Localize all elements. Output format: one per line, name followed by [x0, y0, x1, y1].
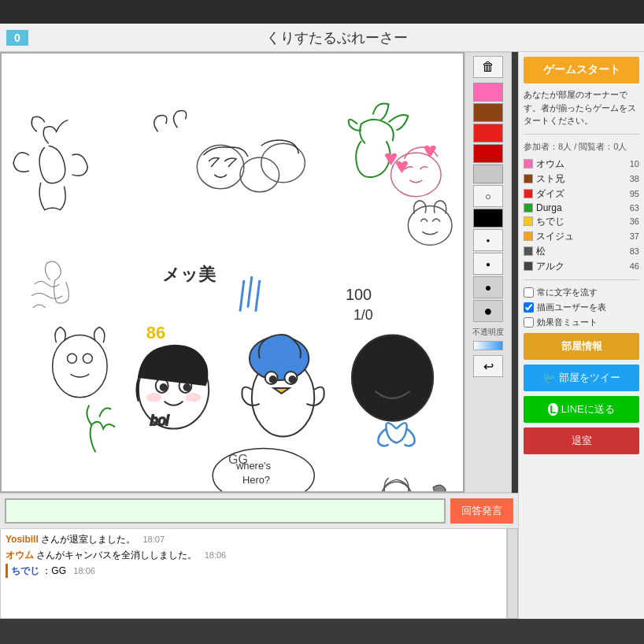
leaderboard-row: ダイズ 95 — [524, 187, 639, 201]
lb-score: 83 — [630, 246, 639, 256]
lb-name: Durga — [536, 202, 627, 213]
leaderboard-row: 松 83 — [524, 245, 639, 258]
separator — [524, 279, 639, 280]
brush-size-large[interactable]: ● — [473, 276, 503, 298]
svg-text:Hero?: Hero? — [242, 474, 270, 486]
show-drawing-user-checkbox[interactable] — [524, 302, 534, 313]
option-label: 常に文字を流す — [537, 287, 598, 298]
leaderboard-row: Durga 63 — [524, 202, 639, 213]
tool-panel: 🗑 ○ ● ● ● ● 不透明度 — [464, 52, 512, 493]
twitter-icon: 🐦 — [542, 372, 556, 384]
chat-timestamp: 18:06 — [205, 550, 227, 560]
lb-score: 95 — [630, 189, 639, 198]
option-row: 描画ユーザーを表 — [524, 302, 639, 313]
chat-area: Yosibill さんが退室しました。 18:07 オウム さんがキャンバスを全… — [0, 528, 507, 619]
undo-button[interactable]: ↩ — [473, 355, 503, 377]
svg-point-12 — [183, 384, 190, 390]
color-red[interactable] — [473, 124, 503, 142]
lb-name: スト兄 — [536, 172, 627, 186]
lb-score: 10 — [630, 159, 639, 168]
chat-username[interactable]: ちでじ — [11, 565, 39, 576]
score-badge: 0 — [6, 30, 28, 46]
chat-timestamp: 18:06 — [73, 566, 95, 576]
lb-color — [524, 159, 533, 168]
opacity-label: 不透明度 — [472, 327, 504, 338]
lb-name: アルク — [536, 260, 627, 273]
color-black[interactable] — [473, 209, 503, 228]
leaderboard-row: ちでじ 36 — [524, 215, 639, 228]
main-area: 0 くりすたるぶれーさー — [0, 24, 644, 619]
svg-point-21 — [289, 376, 295, 383]
line-btn-label: LINEに送る — [561, 402, 615, 416]
lb-name: スイジュ — [536, 230, 627, 243]
left-panel: boi — [0, 52, 518, 619]
lb-name: ダイズ — [536, 187, 627, 201]
always-scroll-checkbox[interactable] — [524, 287, 534, 298]
options-section: 常に文字を流す 描画ユーザーを表 効果音ミュート — [524, 287, 639, 328]
chat-username[interactable]: Yosibill — [6, 534, 39, 545]
lb-color — [524, 217, 533, 226]
svg-point-15 — [185, 393, 201, 402]
leaderboard-row: スト兄 38 — [524, 172, 639, 186]
content-row: boi — [0, 52, 644, 619]
chat-message-highlight: ちでじ ：GG 18:06 — [6, 564, 502, 578]
color-darkred[interactable] — [473, 144, 503, 163]
line-button[interactable]: L LINEに送る — [524, 396, 639, 423]
lb-score: 38 — [630, 174, 639, 183]
svg-text:メッ美: メッ美 — [162, 265, 217, 284]
option-row: 常に文字を流す — [524, 287, 639, 298]
chat-username[interactable]: オウム — [6, 550, 34, 561]
color-lightgray[interactable] — [473, 165, 503, 183]
svg-point-11 — [161, 384, 167, 390]
drawing-canvas[interactable]: boi — [2, 54, 463, 491]
answer-input[interactable] — [5, 498, 446, 524]
svg-point-14 — [146, 393, 162, 402]
leaderboard: オウム 10 スト兄 38 ダイズ 95 Durga 63 ちでじ 36 スイジ… — [524, 157, 639, 273]
brush-size-small[interactable]: ● — [473, 229, 503, 251]
color-pink[interactable] — [473, 83, 503, 102]
room-info-button[interactable]: 部屋情報 — [524, 333, 639, 360]
lb-color — [524, 246, 533, 256]
lb-score: 36 — [630, 217, 639, 226]
lb-name: 松 — [536, 245, 627, 258]
leaderboard-row: アルク 46 — [524, 260, 639, 273]
svg-text:1/0: 1/0 — [353, 307, 373, 323]
page-title: くりすたるぶれーさー — [36, 28, 638, 47]
brush-size-xlarge[interactable]: ● — [473, 300, 503, 322]
brush-size-medium[interactable]: ● — [473, 253, 503, 275]
tweet-btn-label: 部屋をツイー — [559, 371, 620, 385]
lb-color — [524, 174, 533, 183]
svg-text:boi: boi — [150, 413, 170, 428]
lb-color — [524, 261, 533, 271]
game-start-button[interactable]: ゲームスタート — [524, 57, 639, 83]
svg-point-20 — [270, 376, 276, 383]
svg-text:100: 100 — [346, 286, 372, 303]
lb-name: オウム — [536, 157, 627, 171]
svg-text:GG: GG — [228, 453, 248, 466]
lb-color — [524, 231, 533, 241]
chat-timestamp: 18:07 — [142, 535, 165, 544]
option-label: 描画ユーザーを表 — [537, 302, 606, 313]
leaderboard-row: オウム 10 — [524, 157, 639, 171]
tweet-button[interactable]: 🐦 部屋をツイー — [524, 365, 639, 391]
line-icon: L — [548, 403, 558, 416]
circle-tool[interactable]: ○ — [473, 185, 503, 207]
lb-name: ちでじ — [536, 215, 627, 228]
delete-button[interactable]: 🗑 — [473, 56, 503, 78]
opacity-slider[interactable] — [473, 341, 503, 350]
participants-info: 参加者：8人 / 閲覧者：0人 — [524, 141, 639, 153]
leave-button[interactable]: 退室 — [524, 427, 639, 454]
color-brown[interactable] — [473, 103, 503, 122]
canvas-area[interactable]: boi — [0, 52, 464, 493]
lb-color — [524, 189, 533, 198]
option-row: 効果音ミュート — [524, 316, 639, 328]
svg-point-22 — [352, 335, 433, 420]
leaderboard-row: スイジュ 37 — [524, 230, 639, 243]
chat-scrollbar[interactable] — [507, 528, 518, 619]
chat-text: さんがキャンバスを全消ししました。 — [36, 550, 197, 561]
lb-score: 37 — [630, 231, 639, 241]
mute-sound-checkbox[interactable] — [524, 317, 534, 328]
option-label: 効果音ミュート — [537, 316, 598, 328]
lb-color — [524, 203, 533, 213]
answer-button[interactable]: 回答発言 — [450, 498, 513, 524]
